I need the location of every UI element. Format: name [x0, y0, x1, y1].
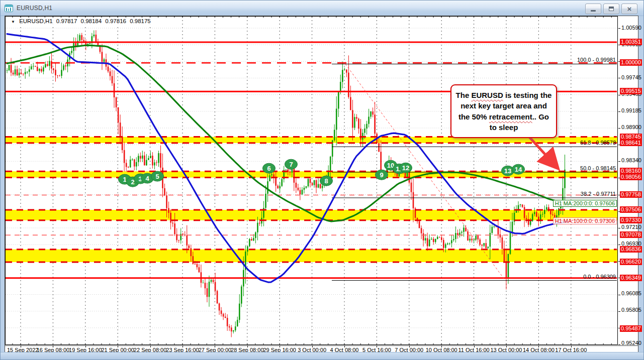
window-controls: × — [583, 4, 637, 14]
price-axis-label: 0.96085 — [621, 290, 641, 296]
price-axis-tick — [618, 344, 620, 345]
svg-text:14: 14 — [515, 166, 522, 173]
candles-layer — [7, 30, 566, 337]
price-axis-tick — [618, 95, 620, 95]
price-axis-alert-label: 1.00000 — [620, 59, 642, 66]
fib-level-label-38.2: 38.2 - 0.97711 — [581, 191, 616, 197]
price-axis-alert-label: 0.98641 — [620, 140, 642, 146]
header-high: 0.98184 — [81, 18, 102, 24]
sequence-marker-6[interactable]: 6 — [263, 163, 275, 173]
symbol-ohlc-header[interactable]: ▼ EURUSD,H1 0.97817 0.98184 0.97816 0.98… — [9, 18, 155, 25]
price-axis-alert-label: 0.97330 — [620, 217, 642, 223]
price-axis-alert-label: 0.97506 — [620, 206, 642, 213]
price-axis[interactable]: 1.005901.003100.997450.994650.991850.989… — [618, 16, 638, 345]
annotation-text-segment: retracement — [489, 112, 532, 121]
price-axis-tick — [618, 161, 620, 162]
restore-button[interactable] — [603, 4, 619, 14]
price-axis-tick — [618, 311, 620, 312]
minimize-icon — [591, 10, 596, 12]
ma100-label: H1 MA:100:0:0: 0.97306 — [553, 217, 617, 224]
fib-level-label-61.8: 61.8 - 0.98578 — [580, 140, 616, 146]
window-bottom-edge — [1, 352, 643, 359]
price-axis-alert-label: 0.98056 — [620, 174, 642, 180]
close-icon: × — [627, 5, 632, 13]
header-open: 0.97817 — [56, 18, 77, 24]
key-levels-layer — [6, 42, 617, 278]
price-axis-label: 0.98340 — [621, 157, 641, 163]
sequence-marker-9[interactable]: 9 — [376, 170, 388, 180]
svg-text:13: 13 — [504, 167, 511, 175]
price-axis-tick — [618, 128, 620, 129]
price-axis-tick — [618, 228, 620, 228]
price-axis-alert-label: 0.96349 — [620, 275, 642, 281]
price-axis-tick — [618, 78, 620, 78]
price-axis-alert-label: 0.96620 — [620, 259, 642, 265]
price-axis-alert-label: 0.96836 — [620, 246, 642, 253]
price-axis-label: 0.97210 — [621, 224, 641, 230]
svg-text:7: 7 — [289, 161, 293, 168]
price-axis-alert-label: 0.95487 — [620, 325, 642, 332]
sequence-marker-14[interactable]: 14 — [512, 164, 525, 174]
chart-plot-area[interactable]: 1234567891011121314 ▼ EURUSD,H1 0.97817 … — [5, 16, 618, 345]
fib-level-label-100.0: 100.0 - 0.99981 — [577, 57, 616, 63]
price-axis-alert-label: 0.97078 — [620, 231, 642, 238]
price-axis-tick — [618, 28, 620, 29]
header-low: 0.97816 — [105, 18, 126, 24]
price-axis-tick — [618, 111, 620, 112]
svg-text:9: 9 — [380, 171, 383, 179]
price-axis-label: 0.98900 — [621, 124, 641, 130]
minimize-button[interactable] — [585, 4, 601, 14]
chart-client-area: 1234567891011121314 ▼ EURUSD,H1 0.97817 … — [5, 16, 638, 354]
annotation-text-segment: The — [456, 91, 472, 99]
sequence-marker-12[interactable]: 12 — [400, 163, 412, 173]
ma200-label: H1 MA:200:0:0: 0.97606 — [553, 200, 617, 207]
header-close: 0.98175 — [130, 18, 151, 24]
title-bar[interactable]: EURUSD,H1 × — [1, 1, 643, 16]
sequence-marker-5[interactable]: 5 — [151, 171, 164, 181]
svg-text:6: 6 — [267, 165, 270, 172]
annotation-note[interactable]: The EURUSD is testing the next key targe… — [450, 84, 557, 138]
support-resistance-bands — [6, 137, 617, 262]
price-axis-alert-label: 0.97758 — [620, 191, 642, 198]
price-axis-tick — [618, 295, 620, 295]
svg-text:12: 12 — [402, 164, 409, 172]
annotation-text-segment: EURUSD — [471, 91, 503, 99]
svg-text:1: 1 — [123, 176, 126, 183]
chart-window: EURUSD,H1 × 1234567891011121314 ▼ EURUSD… — [0, 0, 644, 360]
price-axis-alert-label: 0.99515 — [620, 88, 642, 94]
dropdown-arrow-icon[interactable]: ▼ — [11, 20, 15, 24]
svg-text:8: 8 — [324, 177, 328, 185]
price-axis-label: 0.95240 — [621, 340, 641, 346]
price-axis-tick — [618, 245, 620, 245]
fib-level-label-0.0: 0.0 - 0.96309 — [583, 274, 616, 280]
fib-level-label-50.0: 50.0 - 0.98145 — [580, 165, 616, 171]
price-axis-label: 0.95805 — [621, 307, 641, 313]
svg-text:4: 4 — [145, 175, 149, 182]
close-button[interactable]: × — [621, 4, 637, 14]
grid-layer — [6, 17, 617, 344]
price-axis-label: 1.00590 — [621, 25, 641, 31]
restore-icon — [609, 7, 614, 11]
price-axis-alert-label: 1.00351 — [620, 39, 642, 45]
svg-text:5: 5 — [155, 173, 159, 180]
price-axis-alert-label: 0.98745 — [620, 134, 642, 140]
price-axis-label: 0.99745 — [621, 74, 641, 80]
price-axis-label: 0.99185 — [621, 107, 641, 113]
window-title: EURUSD,H1 — [17, 5, 52, 12]
price-axis-alert-label: 0.98160 — [620, 168, 642, 174]
plot-frame — [6, 16, 618, 345]
header-symbol: EURUSD,H1 — [19, 18, 52, 24]
sequence-marker-7[interactable]: 7 — [285, 159, 298, 169]
candlestick-chart[interactable]: 1234567891011121314 — [5, 16, 618, 345]
sequence-marker-8[interactable]: 8 — [320, 176, 333, 186]
chart-app-icon — [5, 5, 13, 12]
